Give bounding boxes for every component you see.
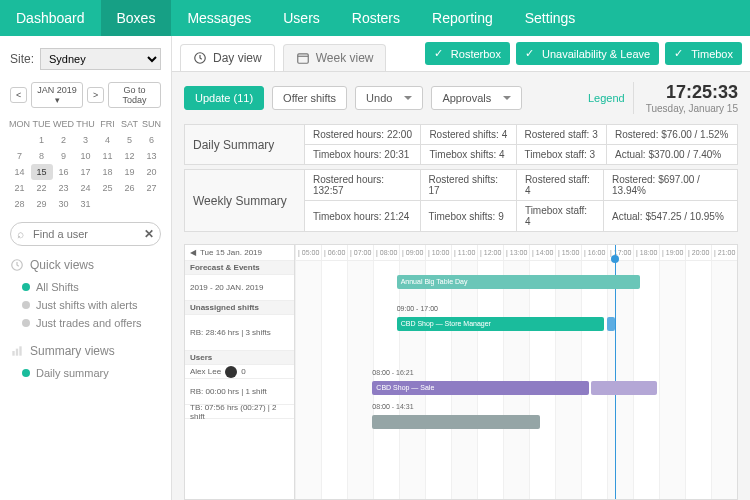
shift-bar[interactable]: CBD Shop — Store Manager [397,317,605,331]
forecast-header: Forecast & Events [185,261,294,275]
view-option[interactable]: Just trades and offers [0,314,171,332]
user-tb-bar[interactable] [372,415,540,429]
view-option[interactable]: Just shifts with alerts [0,296,171,314]
event-bar[interactable]: Annual Big Table Day [397,275,640,289]
rosterbox-button[interactable]: Rosterbox [425,42,510,65]
timebox-button[interactable]: Timebox [665,42,742,65]
user-shift-bar-2[interactable] [591,381,657,395]
calendar[interactable]: MONTUEWEDTHUFRISATSUN .12345678910111213… [9,116,163,212]
shift-bar-extra[interactable] [607,317,616,331]
forecast-row: 2019 - 20 JAN. 2019 [185,275,294,301]
unassigned-header: Unassigned shifts [185,301,294,315]
quick-views-header: Quick views [0,246,171,278]
nav-users[interactable]: Users [267,0,336,36]
user-row-2[interactable]: TB: 07:56 hrs (00:27) | 2 shift [185,405,294,419]
svg-rect-1 [12,351,14,356]
view-option[interactable]: All Shifts [0,278,171,296]
clock-icon [193,51,207,65]
nav-dashboard[interactable]: Dashboard [0,0,101,36]
nav-messages[interactable]: Messages [171,0,267,36]
offer-shifts-button[interactable]: Offer shifts [272,86,347,110]
nav-boxes[interactable]: Boxes [101,0,172,36]
clock: 17:25:33 Tuesday, January 15 [633,82,738,114]
tab-week-view[interactable]: Week view [283,44,387,71]
view-option[interactable]: Daily summary [0,364,171,382]
cal-month[interactable]: JAN 2019 ▾ [31,82,83,108]
nav-rosters[interactable]: Rosters [336,0,416,36]
nav-reporting[interactable]: Reporting [416,0,509,36]
nav-settings[interactable]: Settings [509,0,592,36]
summary-views-header: Summary views [0,332,171,364]
weekly-summary-table: Weekly Summary Rostered hours: 132:57Ros… [184,169,738,232]
approvals-dropdown[interactable]: Approvals [431,86,522,110]
user-shift-bar[interactable]: CBD Shop — Sale [372,381,589,395]
avatar-icon [225,366,237,378]
site-label: Site: [10,52,34,66]
calendar-icon [296,51,310,65]
site-select[interactable]: Sydney [40,48,161,70]
gantt-chart[interactable]: ◀ Tue 15 Jan. 2019 Forecast & Events 201… [184,244,738,500]
unassigned-sub: RB: 28:46 hrs | 3 shifts [185,315,294,351]
users-header: Users [185,351,294,365]
legend-link[interactable]: Legend [588,92,625,104]
undo-dropdown[interactable]: Undo [355,86,423,110]
gantt-prev-icon[interactable]: ◀ [190,248,196,257]
user-row[interactable]: Alex Lee 0 [185,365,294,379]
tab-day-view[interactable]: Day view [180,44,275,71]
top-nav: DashboardBoxesMessagesUsersRostersReport… [0,0,750,36]
daily-summary-table: Daily Summary Rostered hours: 22:00Roste… [184,124,738,165]
svg-rect-3 [19,346,21,355]
update-button[interactable]: Update (11) [184,86,264,110]
unavailability-button[interactable]: Unavailability & Leave [516,42,659,65]
search-input[interactable] [10,222,161,246]
cal-next[interactable]: > [87,87,104,103]
svg-rect-2 [16,349,18,356]
search-icon: ⌕ [17,227,24,241]
bar-chart-icon [10,344,24,358]
svg-rect-5 [297,54,308,63]
go-today[interactable]: Go to Today [108,82,161,108]
sidebar: Site: Sydney < JAN 2019 ▾ > Go to Today … [0,36,172,500]
main-panel: Day view Week view Rosterbox Unavailabil… [172,36,750,500]
clear-icon[interactable]: ✕ [144,227,154,241]
cal-prev[interactable]: < [10,87,27,103]
clock-icon [10,258,24,272]
